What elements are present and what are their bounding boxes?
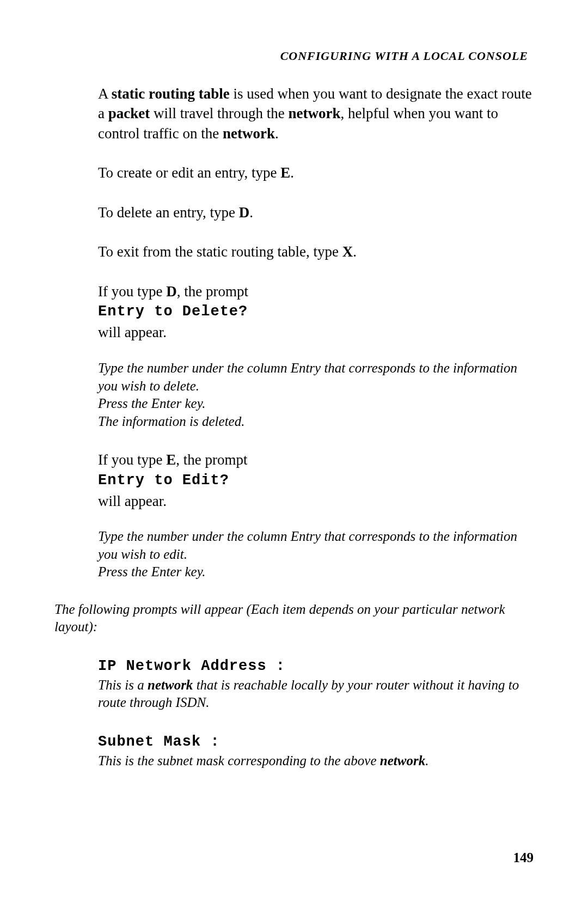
desc-subnet-mask: This is the subnet mask corresponding to…: [98, 752, 534, 770]
text: Press the Enter key.: [98, 395, 534, 413]
prompts-section: IP Network Address : This is a network t…: [54, 658, 534, 770]
prompt-delete-block: If you type D, the prompt Entry to Delet…: [98, 282, 534, 343]
paragraph-intro: A static routing table is used when you …: [98, 84, 534, 143]
paragraph-delete: To delete an entry, type D.: [98, 203, 534, 222]
text: , the prompt: [177, 283, 248, 300]
text: A: [98, 86, 112, 102]
key-d: D: [166, 283, 177, 300]
term-network: network: [148, 678, 193, 692]
paragraph-exit: To exit from the static routing table, t…: [98, 242, 534, 261]
main-content: A static routing table is used when you …: [54, 84, 534, 581]
prompt-line: If you type D, the prompt: [98, 282, 534, 302]
term-packet: packet: [108, 105, 150, 121]
desc-ip-network: This is a network that is reachable loca…: [98, 676, 534, 712]
heading-ip-network: IP Network Address :: [98, 658, 534, 674]
text: Press the Enter key.: [98, 563, 534, 581]
prompt-edit-block: If you type E, the prompt Entry to Edit?…: [98, 450, 534, 511]
text: To create or edit an entry, type: [98, 164, 280, 181]
text: The information is deleted.: [98, 413, 534, 431]
term-network: network: [288, 105, 340, 121]
text: .: [249, 204, 253, 221]
text: Type the number under the column Entry t…: [98, 528, 534, 563]
text: To exit from the static routing table, t…: [98, 243, 342, 260]
page-header: CONFIGURING WITH A LOCAL CONSOLE: [54, 49, 534, 63]
prompt-text-edit: Entry to Edit?: [98, 471, 534, 491]
text: will appear.: [98, 491, 534, 512]
key-e: E: [280, 164, 290, 181]
prompt-text-delete: Entry to Delete?: [98, 302, 534, 322]
term-static-routing-table: static routing table: [112, 86, 230, 102]
page-number: 149: [513, 850, 534, 865]
key-e: E: [166, 452, 176, 468]
key-x: X: [342, 243, 353, 260]
text: .: [290, 164, 294, 181]
text: If you type: [98, 452, 166, 468]
text: .: [425, 753, 428, 768]
text: This is a: [98, 678, 148, 692]
text: This is the subnet mask corresponding to…: [98, 753, 380, 768]
text: .: [353, 243, 357, 260]
text: To delete an entry, type: [98, 204, 239, 221]
text: .: [275, 125, 279, 142]
text: will travel through the: [150, 105, 288, 121]
text: , the prompt: [176, 452, 247, 468]
term-network: network: [380, 753, 425, 768]
heading-subnet-mask: Subnet Mask :: [98, 734, 534, 750]
text: will appear.: [98, 322, 534, 343]
prompts-intro: The following prompts will appear (Each …: [54, 601, 534, 636]
paragraph-create-edit: To create or edit an entry, type E.: [98, 163, 534, 182]
instruction-delete: Type the number under the column Entry t…: [98, 359, 534, 430]
text: Type the number under the column Entry t…: [98, 359, 534, 395]
instruction-edit: Type the number under the column Entry t…: [98, 528, 534, 581]
key-d: D: [239, 204, 250, 221]
term-network: network: [223, 125, 275, 142]
prompt-line: If you type E, the prompt: [98, 450, 534, 471]
text: If you type: [98, 283, 166, 300]
